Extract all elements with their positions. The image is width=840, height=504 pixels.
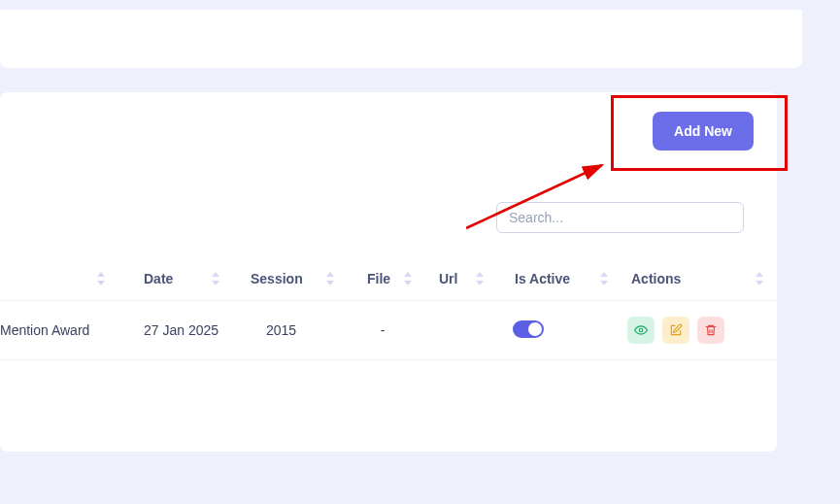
cell-actions bbox=[618, 317, 773, 344]
col-header-title[interactable] bbox=[0, 271, 115, 286]
edit-button[interactable] bbox=[662, 317, 689, 344]
col-label: Url bbox=[439, 271, 457, 286]
delete-button[interactable] bbox=[697, 317, 724, 344]
col-label: Is Active bbox=[515, 271, 570, 286]
sort-icon bbox=[326, 272, 334, 286]
col-header-session[interactable]: Session bbox=[229, 271, 344, 286]
col-label: Session bbox=[251, 271, 303, 286]
col-header-file[interactable]: File bbox=[344, 271, 421, 286]
sort-icon bbox=[476, 272, 484, 286]
search-wrap bbox=[496, 202, 744, 233]
table-header-row: Date Session File Url Is Active bbox=[0, 257, 777, 301]
edit-icon bbox=[669, 323, 683, 337]
sort-icon bbox=[97, 272, 105, 286]
cell-session: 2015 bbox=[229, 322, 344, 338]
sort-icon bbox=[404, 272, 412, 286]
col-header-url[interactable]: Url bbox=[421, 271, 493, 286]
col-label: Actions bbox=[631, 271, 681, 286]
data-table: Date Session File Url Is Active bbox=[0, 257, 777, 360]
eye-icon bbox=[634, 323, 648, 337]
sort-icon bbox=[756, 272, 763, 286]
svg-point-0 bbox=[639, 328, 643, 332]
col-label: Date bbox=[144, 271, 173, 286]
sort-icon bbox=[212, 272, 219, 286]
cell-file: - bbox=[344, 322, 421, 338]
add-new-button[interactable]: Add New bbox=[653, 112, 754, 151]
col-header-actions[interactable]: Actions bbox=[618, 271, 773, 286]
sort-icon bbox=[600, 272, 608, 286]
cell-date: 27 Jan 2025 bbox=[115, 322, 229, 338]
active-toggle[interactable] bbox=[513, 320, 544, 338]
trash-icon bbox=[704, 323, 718, 337]
cell-title: Mention Award bbox=[0, 322, 115, 338]
top-header-card bbox=[0, 10, 802, 68]
view-button[interactable] bbox=[627, 317, 655, 344]
table-row: Mention Award 27 Jan 2025 2015 - bbox=[0, 301, 777, 360]
cell-is-active bbox=[493, 320, 618, 341]
col-header-date[interactable]: Date bbox=[115, 271, 229, 286]
main-card: Add New Date Session File bbox=[0, 92, 777, 452]
col-label: File bbox=[367, 271, 390, 286]
search-input[interactable] bbox=[496, 202, 744, 233]
toggle-knob bbox=[528, 322, 542, 336]
col-header-is-active[interactable]: Is Active bbox=[493, 271, 618, 286]
